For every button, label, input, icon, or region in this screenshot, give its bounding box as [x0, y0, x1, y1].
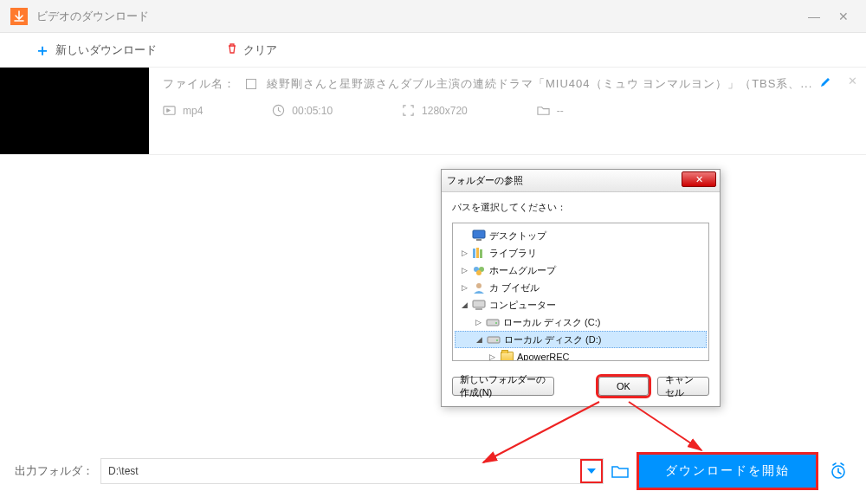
computer-icon	[472, 299, 486, 311]
download-info: ファイル名： 綾野剛さんと星野源さんダブル主演の連続ドラマ「MIU404（ミュウ…	[149, 68, 866, 154]
tree-label: デスクトップ	[489, 229, 546, 242]
cancel-label: キャンセル	[665, 373, 701, 399]
new-folder-label: 新しいフォルダーの作成(N)	[460, 373, 546, 399]
new-download-label: 新しいダウンロード	[55, 42, 157, 58]
svg-rect-14	[487, 320, 499, 326]
svg-point-15	[495, 322, 497, 324]
expand-icon[interactable]: ◢	[475, 335, 483, 344]
app-icon	[10, 8, 28, 25]
download-item: ファイル名： 綾野剛さんと星野源さんダブル主演の連続ドラマ「MIU404（ミュウ…	[0, 68, 866, 155]
clock-icon	[272, 104, 285, 117]
tree-label: ローカル ディスク (D:)	[504, 333, 601, 346]
minimize-button[interactable]: —	[802, 4, 826, 29]
meta-row: mp4 00:05:10 1280x720 --	[163, 104, 852, 117]
svg-point-17	[496, 339, 498, 341]
duration-value: 00:05:10	[292, 105, 333, 117]
svg-rect-16	[488, 337, 500, 343]
ok-label: OK	[617, 381, 630, 391]
clear-label: クリア	[243, 42, 277, 58]
desktop-icon	[472, 229, 486, 242]
svg-point-11	[476, 283, 481, 288]
tree-label: カ ブイゼル	[489, 281, 540, 294]
svg-rect-7	[480, 249, 482, 258]
start-download-button[interactable]: ダウンロードを開始	[637, 452, 818, 490]
new-folder-button[interactable]: 新しいフォルダーの作成(N)	[452, 377, 554, 396]
tree-label: コンピューター	[489, 299, 556, 312]
expand-icon[interactable]: ▷	[488, 352, 496, 361]
app-title: ビデオのダウンロード	[36, 9, 797, 24]
folder-icon	[537, 104, 550, 117]
expand-icon[interactable]: ▷	[474, 318, 482, 326]
schedule-button[interactable]	[825, 458, 851, 484]
dialog-body: パスを選択してください： デスクトップ▷ライブラリ▷ホームグループ▷カ ブイゼル…	[442, 192, 720, 368]
svg-rect-6	[476, 248, 479, 258]
dialog-hint: パスを選択してください：	[452, 201, 709, 214]
plus-icon: ＋	[35, 40, 50, 61]
dialog-title: フォルダーの参照	[447, 174, 523, 187]
format-item: mp4	[163, 104, 203, 117]
dialog-titlebar[interactable]: フォルダーの参照 ✕	[442, 170, 720, 192]
drive-icon	[487, 333, 501, 346]
ok-button[interactable]: OK	[598, 377, 649, 396]
expand-icon[interactable]: ◢	[460, 300, 469, 309]
tree-label: ホームグループ	[489, 264, 556, 277]
tree-label: ApowerREC	[517, 352, 570, 361]
expand-icon[interactable]: ▷	[460, 249, 469, 257]
dest-item: --	[537, 104, 564, 117]
folder-browse-dialog: フォルダーの参照 ✕ パスを選択してください： デスクトップ▷ライブラリ▷ホーム…	[441, 169, 721, 407]
expand-icon[interactable]: ▷	[460, 283, 469, 292]
duration-item: 00:05:10	[272, 104, 333, 117]
output-label: 出力フォルダ：	[15, 463, 94, 479]
tree-label: ライブラリ	[489, 247, 537, 260]
svg-line-19	[629, 402, 701, 450]
svg-rect-4	[476, 239, 481, 241]
filename-row: ファイル名： 綾野剛さんと星野源さんダブル主演の連続ドラマ「MIU404（ミュウ…	[163, 76, 852, 92]
homegroup-icon	[472, 264, 486, 276]
remove-item-button[interactable]: ✕	[848, 74, 857, 87]
dest-value: --	[557, 105, 564, 117]
svg-rect-12	[473, 300, 485, 307]
user-icon	[472, 281, 486, 294]
filename-prefix: ファイル名：	[163, 76, 236, 92]
output-path-wrap	[100, 458, 604, 484]
format-value: mp4	[183, 105, 203, 117]
tree-row[interactable]: ◢ローカル ディスク (D:)	[455, 331, 707, 348]
trash-icon	[226, 42, 238, 57]
filename-text: 綾野剛さんと星野源さんダブル主演の連続ドラマ「MIU404（ミュウ ヨンマルヨン…	[267, 76, 812, 92]
folder-tree[interactable]: デスクトップ▷ライブラリ▷ホームグループ▷カ ブイゼル◢コンピューター▷ローカル…	[452, 223, 709, 361]
clear-button[interactable]: クリア	[226, 42, 277, 58]
filename-checkbox[interactable]	[246, 79, 256, 89]
svg-rect-13	[475, 308, 482, 310]
tree-row[interactable]: ◢コンピューター	[455, 296, 707, 313]
output-dropdown-button[interactable]	[580, 459, 603, 483]
browse-folder-button[interactable]	[611, 462, 630, 481]
drive-icon	[486, 316, 500, 328]
tree-row[interactable]: デスクトップ	[455, 227, 707, 244]
dialog-close-button[interactable]: ✕	[682, 171, 716, 187]
library-icon	[472, 247, 486, 259]
tree-row[interactable]: ▷ライブラリ	[455, 244, 707, 262]
tree-row[interactable]: ▷ApowerREC	[455, 348, 707, 361]
output-path-input[interactable]	[108, 465, 596, 477]
format-icon	[163, 104, 176, 117]
svg-point-10	[476, 270, 481, 275]
tree-row[interactable]: ▷ローカル ディスク (C:)	[455, 313, 707, 331]
cancel-button[interactable]: キャンセル	[657, 377, 709, 396]
resolution-item: 1280x720	[402, 104, 468, 117]
new-download-button[interactable]: ＋ 新しいダウンロード	[35, 40, 157, 61]
svg-rect-5	[473, 249, 475, 258]
resolution-value: 1280x720	[422, 105, 468, 117]
tree-row[interactable]: ▷ホームグループ	[455, 262, 707, 279]
toolbar: ＋ 新しいダウンロード クリア	[0, 33, 866, 68]
edit-icon[interactable]	[819, 76, 831, 91]
video-thumbnail[interactable]	[0, 68, 149, 154]
titlebar: ビデオのダウンロード — ✕	[0, 0, 866, 33]
start-download-label: ダウンロードを開始	[665, 463, 790, 479]
expand-icon[interactable]: ▷	[460, 266, 469, 275]
dialog-buttons: 新しいフォルダーの作成(N) OK キャンセル	[442, 368, 720, 406]
close-button[interactable]: ✕	[831, 4, 856, 29]
tree-label: ローカル ディスク (C:)	[503, 316, 600, 329]
tree-row[interactable]: ▷カ ブイゼル	[455, 279, 707, 296]
svg-rect-3	[473, 230, 485, 238]
annotation-arrow-right	[624, 398, 719, 459]
